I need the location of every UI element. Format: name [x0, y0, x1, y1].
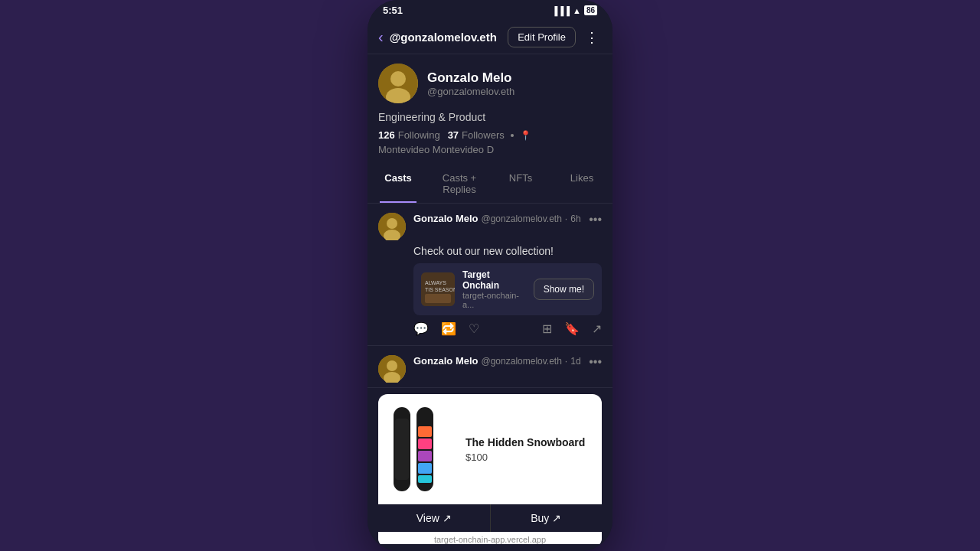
header-username: @gonzalomelov.eth	[390, 31, 501, 44]
cast-time-sep-2: ·	[565, 356, 567, 367]
nft-card: The Hidden Snowboard $100 View ↗ Buy ↗ t…	[378, 394, 602, 544]
main-content: Gonzalo Melo @gonzalomelov.eth Engineeri…	[368, 54, 612, 544]
casts-feed: Gonzalo Melo @gonzalomelov.eth · 6h ••• …	[368, 204, 612, 544]
recast-button[interactable]: 🔁	[441, 321, 456, 336]
show-me-button[interactable]: Show me!	[534, 279, 594, 300]
cast-timestamp: 6h	[570, 214, 580, 224]
svg-rect-9	[425, 294, 451, 303]
cast-user-line: Gonzalo Melo @gonzalomelov.eth · 6h	[413, 213, 581, 224]
cast-item-2: Gonzalo Melo @gonzalomelov.eth · 1d •••	[368, 346, 612, 388]
cast-avatar	[378, 213, 406, 240]
tab-casts[interactable]: Casts	[368, 165, 429, 203]
link-preview: ALWAYS TIS SEASON Target Onchain target-…	[413, 263, 602, 315]
link-url: target-onchain-a...	[462, 291, 526, 309]
link-thumbnail: ALWAYS TIS SEASON	[421, 272, 455, 306]
cast-more-button[interactable]: •••	[589, 213, 602, 227]
cast-text: Check out our new collection!	[413, 245, 602, 257]
grid-button[interactable]: ⊞	[542, 321, 552, 336]
battery: 86	[584, 5, 597, 15]
avatar	[378, 64, 418, 103]
svg-rect-17	[418, 439, 432, 449]
cast-avatar-2	[378, 355, 406, 383]
nft-image	[387, 403, 456, 495]
svg-text:ALWAYS: ALWAYS	[425, 280, 446, 285]
separator-dot	[511, 134, 514, 137]
edit-profile-button[interactable]: Edit Profile	[508, 27, 576, 47]
cast-user-line-2: Gonzalo Melo @gonzalomelov.eth · 1d	[413, 355, 581, 367]
profile-names: Gonzalo Melo @gonzalomelov.eth	[427, 70, 514, 97]
nft-card-content: The Hidden Snowboard $100	[378, 394, 602, 504]
profile-header: ‹ @gonzalomelov.eth Edit Profile ⋮	[368, 21, 612, 54]
tab-nfts[interactable]: NFTs	[490, 165, 551, 203]
cast-handle-2: @gonzalomelov.eth	[482, 356, 562, 367]
cast-display-name-2: Gonzalo Melo	[413, 355, 479, 367]
nft-source: target-onchain-app.vercel.app	[378, 532, 602, 544]
status-bar: 5:51 ▐▐▐ ▲ 86	[368, 0, 612, 21]
tab-likes[interactable]: Likes	[551, 165, 612, 203]
profile-handle: @gonzalomelov.eth	[427, 86, 514, 97]
stats-row: 126 Following 37 Followers 📍 Montevideo …	[378, 129, 602, 155]
location-text: Montevideo Montevideo D	[378, 144, 494, 155]
nft-info: The Hidden Snowboard $100	[466, 436, 593, 463]
svg-rect-16	[418, 426, 432, 437]
nft-price: $100	[466, 452, 593, 463]
cast-user-info-2: Gonzalo Melo @gonzalomelov.eth · 1d	[413, 355, 581, 367]
cast-user-info: Gonzalo Melo @gonzalomelov.eth · 6h	[413, 213, 581, 224]
svg-text:TIS SEASON: TIS SEASON	[425, 287, 455, 292]
link-title: Target Onchain	[462, 269, 526, 291]
external-link-icon-2: ↗	[552, 512, 561, 524]
time: 5:51	[383, 5, 403, 16]
buy-nft-button[interactable]: Buy ↗	[491, 504, 603, 532]
more-options-button[interactable]: ⋮	[582, 29, 602, 46]
cast-actions: 💬 🔁 ♡ ⊞ 🔖 ↗	[413, 321, 602, 336]
svg-rect-18	[418, 451, 432, 461]
external-link-icon: ↗	[443, 512, 452, 524]
profile-info: Gonzalo Melo @gonzalomelov.eth	[378, 64, 602, 103]
tab-casts-replies[interactable]: Casts + Replies	[429, 165, 490, 203]
profile-section: Gonzalo Melo @gonzalomelov.eth Engineeri…	[368, 54, 612, 155]
location-icon: 📍	[520, 130, 531, 141]
svg-point-1	[390, 71, 406, 86]
nft-buttons: View ↗ Buy ↗	[378, 504, 602, 532]
svg-point-11	[387, 360, 397, 371]
like-button[interactable]: ♡	[469, 321, 479, 336]
profile-tabs: Casts Casts + Replies NFTs Likes	[368, 165, 612, 204]
svg-rect-19	[418, 463, 432, 474]
back-button[interactable]: ‹	[378, 28, 384, 46]
follower-count: 37	[448, 129, 459, 141]
wifi-icon: ▲	[573, 6, 581, 15]
svg-rect-20	[418, 475, 432, 483]
cast-item: Gonzalo Melo @gonzalomelov.eth · 6h ••• …	[368, 204, 612, 346]
view-nft-button[interactable]: View ↗	[378, 504, 491, 532]
share-button[interactable]: ↗	[592, 321, 602, 336]
following-count: 126	[378, 129, 395, 141]
bookmark-button[interactable]: 🔖	[564, 321, 580, 336]
display-name: Gonzalo Melo	[427, 70, 514, 86]
status-icons: ▐▐▐ ▲ 86	[552, 5, 597, 15]
cast-time: ·	[565, 214, 567, 224]
cast-header-2: Gonzalo Melo @gonzalomelov.eth · 1d •••	[378, 355, 602, 383]
bio: Engineering & Product	[378, 111, 602, 123]
cast-display-name: Gonzalo Melo	[413, 213, 479, 224]
svg-point-4	[387, 218, 397, 229]
cast-handle: @gonzalomelov.eth	[482, 214, 562, 224]
svg-rect-14	[395, 419, 409, 480]
cast-header: Gonzalo Melo @gonzalomelov.eth · 6h •••	[378, 213, 602, 240]
phone-frame: 5:51 ▐▐▐ ▲ 86 ‹ @gonzalomelov.eth Edit P…	[368, 0, 612, 551]
signal-icon: ▐▐▐	[552, 6, 570, 15]
cast-more-button-2[interactable]: •••	[589, 355, 602, 369]
following-label[interactable]: Following	[398, 129, 440, 141]
link-info: Target Onchain target-onchain-a...	[462, 269, 526, 309]
nft-title: The Hidden Snowboard	[466, 436, 593, 448]
cast-timestamp-2: 1d	[570, 356, 580, 367]
comment-button[interactable]: 💬	[413, 321, 429, 336]
followers-label[interactable]: Followers	[462, 129, 505, 141]
